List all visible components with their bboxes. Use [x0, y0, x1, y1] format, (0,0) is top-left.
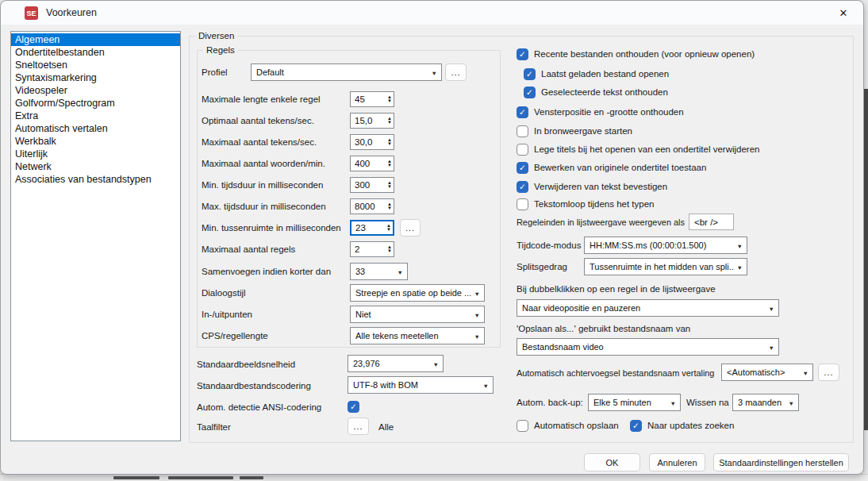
- min-duration-spinner[interactable]: 300: [350, 177, 394, 193]
- start-in-source-view-checkbox[interactable]: In bronweergave starten: [517, 125, 632, 137]
- profiel-value: Default: [256, 67, 428, 77]
- check-icon: [526, 87, 533, 97]
- remove-blank-lines-checkbox[interactable]: Lege titels bij het openen van een onder…: [517, 143, 760, 156]
- spin-down-icon[interactable]: [387, 185, 392, 189]
- autobackup-combobox[interactable]: Elke 5 minuten: [588, 394, 681, 411]
- doubleclick-action-combobox[interactable]: Naar videopositie en pauzeren: [517, 299, 779, 317]
- allow-edit-original-checkbox[interactable]: Bewerken van originele ondertitel toesta…: [517, 161, 706, 174]
- encoding-label: Standaardbestandscodering: [197, 381, 311, 391]
- max-lines-spinner[interactable]: 2: [350, 241, 394, 257]
- merge-short-lines-combobox[interactable]: 33: [350, 263, 408, 280]
- sidebar-item-ondertitelbestanden[interactable]: Ondertitelbestanden: [11, 46, 180, 59]
- spin-down-icon[interactable]: [387, 142, 392, 146]
- checkbox-icon: [517, 125, 528, 137]
- split-behavior-combobox[interactable]: Tussenruimte in het midden van spli...: [584, 258, 747, 275]
- sidebar-item-algemeen[interactable]: Algemeen: [11, 33, 180, 46]
- saveas-filename-combobox[interactable]: Bestandsnaam video: [517, 338, 779, 356]
- sidebar-item-netwerk[interactable]: Netwerk: [11, 160, 180, 173]
- checkbox-icon: [348, 401, 359, 413]
- combo-value: <Automatisch>: [727, 367, 800, 377]
- checkbox-icon: [517, 181, 528, 193]
- max-wpm-label: Maximaal aantal woorden/min.: [202, 159, 325, 168]
- checkbox-label: Naar updates zoeken: [647, 421, 734, 430]
- backup-delete-combobox[interactable]: 3 maanden: [732, 394, 799, 411]
- remember-window-position-checkbox[interactable]: Vensterpositie en -grootte onthouden: [517, 106, 684, 118]
- spin-down-icon[interactable]: [387, 121, 392, 125]
- language-filter-button[interactable]: ...: [348, 418, 369, 435]
- remember-recent-files-checkbox[interactable]: Recente bestanden onthouden (voor opnieu…: [517, 48, 755, 60]
- checkbox-icon: [524, 68, 536, 80]
- sidebar-item-syntaxismarkering[interactable]: Syntaxismarkering: [11, 71, 180, 84]
- optimal-cps-spinner[interactable]: 15,0: [350, 113, 394, 129]
- max-wpm-spinner[interactable]: 400: [350, 156, 394, 171]
- check-icon: [526, 69, 533, 79]
- combo-value: Tussenruimte in het midden van spli...: [590, 262, 734, 271]
- min-gap-browse-button[interactable]: ...: [400, 219, 421, 237]
- cancel-button[interactable]: Annuleren: [649, 453, 705, 471]
- max-line-length-label: Maximale lengte enkele regel: [202, 94, 321, 104]
- profiel-browse-button[interactable]: ...: [445, 63, 467, 81]
- max-duration-spinner[interactable]: 8000: [350, 198, 394, 214]
- check-icon: [350, 402, 357, 411]
- sidebar-item-golfvorm-spectrogram[interactable]: Golfvorm/Spectrogram: [11, 97, 180, 110]
- restore-defaults-button[interactable]: Standaardinstellingen herstellen: [713, 453, 849, 471]
- sidebar-item-extra[interactable]: Extra: [11, 110, 180, 122]
- ansi-detect-checkbox[interactable]: [348, 400, 359, 413]
- sidebar-item-videospeler[interactable]: Videospeler: [11, 84, 180, 97]
- sidebar-item-werkbalk[interactable]: Werkbalk: [11, 135, 180, 148]
- encoding-combobox[interactable]: UTF-8 with BOM: [348, 376, 494, 394]
- checkbox-icon: [517, 420, 528, 432]
- reopen-last-file-checkbox[interactable]: Laatst geladen bestand openen: [524, 67, 669, 80]
- remember-selected-line-checkbox[interactable]: Geselecteerde tekst onthouden: [524, 86, 668, 98]
- cues-combobox[interactable]: Niet: [350, 306, 485, 323]
- translation-suffix-browse-button[interactable]: ...: [818, 364, 839, 381]
- sidebar-item-bestandstype-associaties[interactable]: Associaties van bestandstypen: [11, 173, 180, 186]
- spinner-value: 2: [355, 244, 387, 254]
- linebreak-textbox[interactable]: <br />: [689, 214, 734, 230]
- dropdown-arrow-icon: [766, 342, 774, 352]
- dialog-style-combobox[interactable]: Streepje en spatie op beide ...: [350, 284, 485, 302]
- spin-down-icon[interactable]: [387, 249, 392, 253]
- autosave-checkbox[interactable]: Automatisch opslaan: [517, 419, 619, 432]
- dropdown-arrow-icon: [428, 67, 437, 77]
- profiel-combobox[interactable]: Default: [251, 63, 442, 81]
- background-window-edge: [864, 89, 868, 430]
- combo-value: 23,976: [353, 359, 430, 368]
- prompt-delete-checkbox[interactable]: Verwijderen van tekst bevestigen: [517, 180, 667, 193]
- checkbox-label: Recente bestanden onthouden (voor opnieu…: [534, 49, 755, 59]
- max-duration-label: Max. tijdsduur in milliseconden: [202, 202, 326, 211]
- min-duration-label: Min. tijdsduur in milliseconden: [202, 180, 323, 190]
- checkbox-label: Bewerken van originele ondertitel toesta…: [534, 163, 706, 172]
- sidebar-item-uiterlijk[interactable]: Uiterlijk: [11, 148, 180, 160]
- sidebar-item-automatisch-vertalen[interactable]: Automatisch vertalen: [11, 122, 180, 135]
- merge-short-lines-label: Samenvoegen indien korter dan: [202, 267, 331, 276]
- min-gap-spinner[interactable]: 23: [350, 220, 394, 236]
- autobackup-label: Autom. back-up:: [517, 398, 583, 407]
- max-line-length-spinner[interactable]: 45: [350, 91, 394, 107]
- spin-down-icon[interactable]: [386, 228, 391, 232]
- dropdown-arrow-icon: [785, 398, 794, 407]
- translation-suffix-combobox[interactable]: <Automatisch>: [721, 364, 813, 381]
- timecode-mode-combobox[interactable]: HH:MM:SS.ms (00:00:01.500): [584, 237, 747, 254]
- checkbox-label: Laatst geladen bestand openen: [541, 69, 669, 79]
- screen: SE Voorkeuren ✕ Algemeen Ondertitelbesta…: [0, 0, 868, 481]
- spin-down-icon[interactable]: [387, 164, 392, 167]
- checkbox-label: Geselecteerde tekst onthouden: [541, 87, 668, 97]
- sidebar-item-sneltoetsen[interactable]: Sneltoetsen: [11, 59, 180, 71]
- spinner-value: 23: [355, 223, 386, 233]
- close-button[interactable]: ✕: [830, 3, 857, 22]
- combo-value: 3 maanden: [738, 398, 785, 407]
- linebreak-label: Regeleinden in lijstweergave weergeven a…: [517, 217, 685, 227]
- check-updates-checkbox[interactable]: Naar updates zoeken: [630, 419, 734, 432]
- spin-down-icon[interactable]: [387, 206, 392, 210]
- word-wrap-checkbox[interactable]: Tekstomloop tijdens het typen: [517, 198, 655, 210]
- checkbox-icon: [517, 162, 528, 174]
- framerate-combobox[interactable]: 23,976: [348, 355, 444, 372]
- spin-down-icon[interactable]: [387, 99, 392, 103]
- combo-value: 33: [355, 267, 394, 276]
- ok-button[interactable]: OK: [584, 453, 640, 471]
- window-title: Voorkeuren: [46, 7, 97, 18]
- ansi-detect-label: Autom. detectie ANSI-codering: [197, 402, 321, 412]
- max-cps-spinner[interactable]: 30,0: [350, 134, 394, 150]
- cps-linelength-combobox[interactable]: Alle tekens meetellen: [350, 327, 485, 344]
